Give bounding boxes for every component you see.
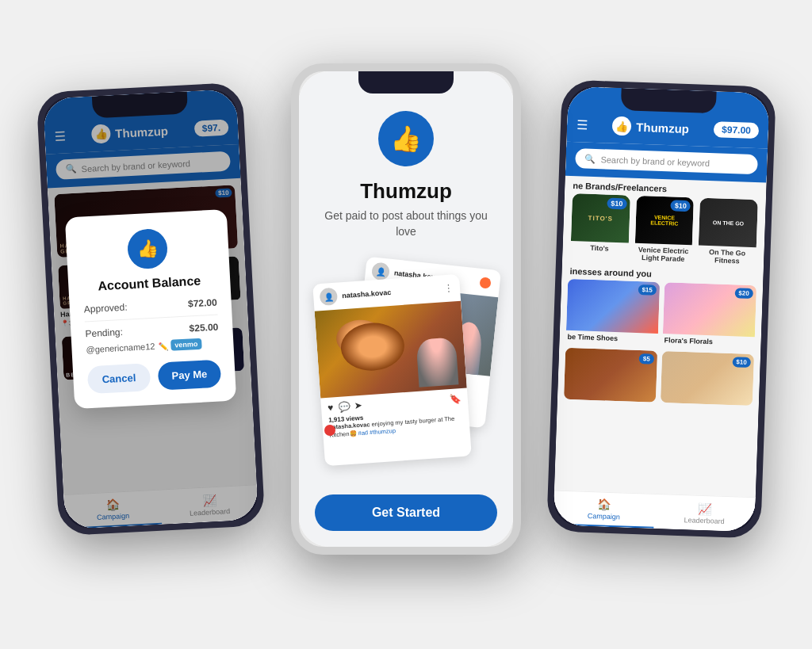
- center-title: Thumzup: [360, 179, 452, 204]
- biz-card-florals[interactable]: $20 Flora's Florals: [662, 282, 756, 349]
- brand-card-titos[interactable]: TITO'S $10 Tito's: [570, 193, 630, 263]
- pending-amount: $25.00: [189, 322, 218, 334]
- modal-title: Account Balance: [82, 273, 216, 295]
- brand-card-onthego[interactable]: ON THE GO On The Go Fitness: [698, 198, 758, 268]
- app-name-right: Thumzup: [636, 120, 689, 135]
- search-icon-right: 🔍: [584, 154, 596, 164]
- more-icon-front: ⋮: [443, 283, 454, 295]
- pending-label: Pending:: [85, 326, 123, 339]
- market-price: $5: [639, 353, 654, 365]
- modal-pending-row: Pending: $25.00: [85, 322, 219, 340]
- leaderboard-label-right: Leaderboard: [684, 516, 725, 525]
- search-placeholder-right: Search by brand or keyword: [600, 155, 710, 168]
- titos-price: $10: [607, 198, 627, 210]
- venice-name: Venice Electric Light Parade: [634, 243, 693, 266]
- modal-user-row: @genericname12 ✏️ venmo: [86, 338, 220, 356]
- businesses-grid-1: $15 be Time Shoes $20 Flora's Florals: [559, 279, 763, 350]
- shoes-price: $15: [638, 284, 657, 296]
- post-card-front: 👤 natasha.kovac ⋮ ♥: [312, 274, 472, 466]
- florals-price: $20: [734, 288, 753, 299]
- nav-leaderboard-right[interactable]: 📈 Leaderboard: [653, 494, 755, 532]
- search-input-right[interactable]: 🔍 Search by brand or keyword: [575, 148, 758, 174]
- menu-icon-right[interactable]: ☰: [576, 117, 588, 132]
- save-icon[interactable]: 🔖: [449, 393, 462, 405]
- phone-left: ☰ 👍 Thumzup $97. 🔍 Search by brand or ke…: [36, 82, 266, 536]
- center-logo: 👍: [378, 111, 434, 166]
- campaign-label-right: Campaign: [588, 511, 620, 520]
- campaign-icon-right: 🏠: [597, 498, 611, 511]
- fabric-price: $10: [732, 357, 751, 368]
- modal-approved-row: Approved: $72.00: [84, 297, 218, 315]
- modal-divider: [85, 315, 218, 323]
- thumb-icon-right: 👍: [612, 116, 632, 136]
- modal-username: @genericname12: [86, 342, 155, 355]
- avatar-front: 👤: [320, 288, 338, 306]
- share-icon[interactable]: ➤: [354, 400, 363, 412]
- orange-dot-decoration: [480, 277, 491, 288]
- right-logo: 👍 Thumzup: [612, 116, 689, 138]
- cancel-button[interactable]: Cancel: [87, 363, 151, 394]
- comment-icon[interactable]: 💬: [338, 401, 350, 413]
- onthego-img: ON THE GO: [699, 198, 758, 247]
- phone-center: 👍 Thumzup Get paid to post about things …: [291, 63, 521, 555]
- titos-name: Tito's: [570, 241, 628, 256]
- modal-buttons: Cancel Pay Me: [87, 360, 222, 395]
- approved-amount: $72.00: [188, 297, 217, 310]
- venmo-badge: venmo: [170, 338, 202, 351]
- nav-campaign-right[interactable]: 🏠 Campaign: [553, 491, 654, 528]
- modal-thumb-icon: 👍: [127, 228, 169, 270]
- biz-card-market[interactable]: $5: [564, 348, 657, 403]
- post-image-food: [315, 301, 467, 399]
- account-balance-modal: 👍 Account Balance Approved: $72.00 Pendi…: [65, 209, 236, 409]
- shoes-name: be Time Shoes: [565, 330, 657, 346]
- brands-row: TITO'S $10 Tito's VENICEELECTRIC $10 Ven…: [562, 193, 766, 269]
- balance-badge-right: $97.00: [714, 121, 759, 139]
- posts-container: 👤 natasha.kovac ⋮ art: [319, 255, 493, 477]
- payme-button[interactable]: Pay Me: [158, 360, 222, 391]
- edit-icon[interactable]: ✏️: [158, 341, 168, 350]
- red-dot-decoration: [324, 425, 335, 436]
- username-front: natasha.kovac: [342, 288, 392, 300]
- brand-card-venice[interactable]: VENICEELECTRIC $10 Venice Electric Light…: [634, 196, 695, 265]
- biz-card-shoes[interactable]: $15 be Time Shoes: [565, 279, 660, 346]
- approved-label: Approved:: [84, 302, 128, 315]
- notch-center: [358, 71, 454, 94]
- biz-card-fabric[interactable]: $10: [661, 351, 754, 406]
- onthego-name: On The Go Fitness: [698, 246, 756, 269]
- phone-right: ☰ 👍 Thumzup $97.00 🔍 Search by brand or …: [546, 79, 776, 538]
- scene: ☰ 👍 Thumzup $97. 🔍 Search by brand or ke…: [0, 0, 812, 649]
- businesses-grid-2: $5 $10: [557, 348, 760, 407]
- like-icon[interactable]: ♥: [327, 402, 334, 413]
- center-content: 👍 Thumzup Get paid to post about things …: [299, 71, 513, 547]
- modal-overlay: 👍 Account Balance Approved: $72.00 Pendi…: [43, 89, 259, 529]
- modal-thumb-area: 👍: [80, 226, 215, 273]
- bottom-nav-right: 🏠 Campaign 📈 Leaderboard: [553, 490, 755, 532]
- center-subtitle: Get paid to post about things you love: [315, 208, 497, 239]
- get-started-button[interactable]: Get Started: [315, 494, 497, 531]
- venice-price: $10: [671, 200, 691, 212]
- leaderboard-icon-right: 📈: [698, 502, 712, 515]
- notch-right: [621, 88, 717, 113]
- florals-name: Flora's Florals: [662, 334, 754, 349]
